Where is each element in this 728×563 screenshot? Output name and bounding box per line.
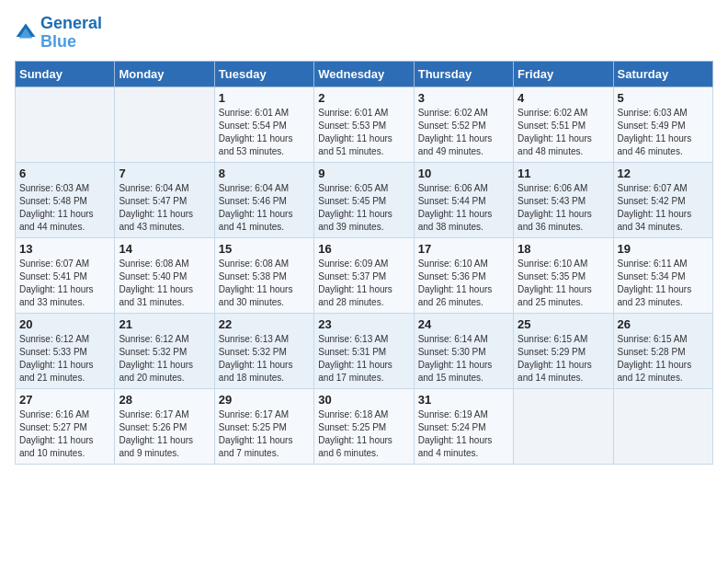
day-info: Sunrise: 6:15 AM Sunset: 5:29 PM Dayligh…	[518, 333, 609, 385]
day-number: 19	[618, 242, 709, 256]
calendar-cell: 6Sunrise: 6:03 AM Sunset: 5:48 PM Daylig…	[16, 162, 115, 237]
calendar-cell: 26Sunrise: 6:15 AM Sunset: 5:28 PM Dayli…	[613, 313, 712, 388]
day-info: Sunrise: 6:17 AM Sunset: 5:25 PM Dayligh…	[219, 408, 310, 460]
weekday-header-monday: Monday	[115, 61, 214, 86]
calendar-cell: 27Sunrise: 6:16 AM Sunset: 5:27 PM Dayli…	[16, 388, 115, 464]
day-number: 16	[318, 242, 409, 256]
day-info: Sunrise: 6:06 AM Sunset: 5:43 PM Dayligh…	[518, 182, 609, 234]
calendar-cell: 7Sunrise: 6:04 AM Sunset: 5:47 PM Daylig…	[115, 162, 214, 237]
calendar-table: SundayMondayTuesdayWednesdayThursdayFrid…	[15, 61, 713, 465]
weekday-header-sunday: Sunday	[16, 61, 115, 86]
day-info: Sunrise: 6:18 AM Sunset: 5:25 PM Dayligh…	[318, 408, 409, 460]
calendar-week-1: 1Sunrise: 6:01 AM Sunset: 5:54 PM Daylig…	[16, 86, 713, 162]
calendar-cell: 12Sunrise: 6:07 AM Sunset: 5:42 PM Dayli…	[613, 162, 712, 237]
calendar-cell: 17Sunrise: 6:10 AM Sunset: 5:36 PM Dayli…	[414, 237, 513, 313]
calendar-week-3: 13Sunrise: 6:07 AM Sunset: 5:41 PM Dayli…	[16, 237, 713, 313]
calendar-cell: 15Sunrise: 6:08 AM Sunset: 5:38 PM Dayli…	[214, 237, 313, 313]
calendar-cell: 5Sunrise: 6:03 AM Sunset: 5:49 PM Daylig…	[613, 86, 712, 162]
day-number: 21	[119, 317, 210, 331]
calendar-cell	[613, 388, 712, 464]
day-info: Sunrise: 6:14 AM Sunset: 5:30 PM Dayligh…	[418, 333, 509, 385]
day-number: 8	[219, 167, 310, 180]
day-info: Sunrise: 6:03 AM Sunset: 5:49 PM Dayligh…	[618, 107, 709, 158]
day-number: 1	[219, 91, 310, 105]
day-number: 6	[19, 167, 110, 180]
calendar-week-2: 6Sunrise: 6:03 AM Sunset: 5:48 PM Daylig…	[16, 162, 713, 237]
day-number: 4	[518, 91, 609, 105]
day-number: 7	[119, 167, 210, 180]
day-number: 2	[318, 91, 409, 105]
day-number: 24	[418, 317, 509, 331]
calendar-cell: 16Sunrise: 6:09 AM Sunset: 5:37 PM Dayli…	[314, 237, 414, 313]
day-number: 31	[418, 393, 509, 407]
day-info: Sunrise: 6:02 AM Sunset: 5:52 PM Dayligh…	[418, 107, 509, 158]
calendar-cell: 24Sunrise: 6:14 AM Sunset: 5:30 PM Dayli…	[414, 313, 513, 388]
day-info: Sunrise: 6:13 AM Sunset: 5:31 PM Dayligh…	[318, 333, 409, 385]
day-info: Sunrise: 6:02 AM Sunset: 5:51 PM Dayligh…	[518, 107, 609, 158]
calendar-cell: 1Sunrise: 6:01 AM Sunset: 5:54 PM Daylig…	[214, 86, 313, 162]
weekday-header-friday: Friday	[514, 61, 613, 86]
calendar-cell	[16, 86, 115, 162]
day-info: Sunrise: 6:16 AM Sunset: 5:27 PM Dayligh…	[19, 408, 110, 460]
day-number: 3	[418, 91, 509, 105]
day-info: Sunrise: 6:11 AM Sunset: 5:34 PM Dayligh…	[618, 258, 709, 309]
page-header: General Blue	[15, 15, 713, 52]
day-number: 14	[119, 242, 210, 256]
day-number: 25	[518, 317, 609, 331]
day-number: 22	[219, 317, 310, 331]
calendar-week-4: 20Sunrise: 6:12 AM Sunset: 5:33 PM Dayli…	[16, 313, 713, 388]
calendar-cell: 8Sunrise: 6:04 AM Sunset: 5:46 PM Daylig…	[214, 162, 313, 237]
day-info: Sunrise: 6:04 AM Sunset: 5:47 PM Dayligh…	[119, 182, 210, 234]
day-number: 26	[618, 317, 709, 331]
weekday-header-thursday: Thursday	[414, 61, 513, 86]
day-number: 30	[318, 393, 409, 407]
calendar-cell: 23Sunrise: 6:13 AM Sunset: 5:31 PM Dayli…	[314, 313, 414, 388]
weekday-header-saturday: Saturday	[613, 61, 712, 86]
calendar-cell: 10Sunrise: 6:06 AM Sunset: 5:44 PM Dayli…	[414, 162, 513, 237]
day-number: 11	[518, 167, 609, 180]
day-number: 27	[19, 393, 110, 407]
day-number: 18	[518, 242, 609, 256]
day-info: Sunrise: 6:15 AM Sunset: 5:28 PM Dayligh…	[618, 333, 709, 385]
calendar-cell: 25Sunrise: 6:15 AM Sunset: 5:29 PM Dayli…	[514, 313, 613, 388]
calendar-cell: 18Sunrise: 6:10 AM Sunset: 5:35 PM Dayli…	[514, 237, 613, 313]
day-info: Sunrise: 6:01 AM Sunset: 5:53 PM Dayligh…	[318, 107, 409, 158]
day-info: Sunrise: 6:08 AM Sunset: 5:38 PM Dayligh…	[219, 258, 310, 309]
day-info: Sunrise: 6:13 AM Sunset: 5:32 PM Dayligh…	[219, 333, 310, 385]
calendar-cell: 9Sunrise: 6:05 AM Sunset: 5:45 PM Daylig…	[314, 162, 414, 237]
calendar-cell: 30Sunrise: 6:18 AM Sunset: 5:25 PM Dayli…	[314, 388, 414, 464]
day-number: 13	[19, 242, 110, 256]
day-info: Sunrise: 6:07 AM Sunset: 5:42 PM Dayligh…	[618, 182, 709, 234]
calendar-cell: 4Sunrise: 6:02 AM Sunset: 5:51 PM Daylig…	[514, 86, 613, 162]
calendar-cell: 21Sunrise: 6:12 AM Sunset: 5:32 PM Dayli…	[115, 313, 214, 388]
day-number: 12	[618, 167, 709, 180]
calendar-week-5: 27Sunrise: 6:16 AM Sunset: 5:27 PM Dayli…	[16, 388, 713, 464]
day-number: 28	[119, 393, 210, 407]
day-number: 9	[318, 167, 409, 180]
calendar-cell: 20Sunrise: 6:12 AM Sunset: 5:33 PM Dayli…	[16, 313, 115, 388]
day-info: Sunrise: 6:04 AM Sunset: 5:46 PM Dayligh…	[219, 182, 310, 234]
weekday-header-tuesday: Tuesday	[214, 61, 313, 86]
day-info: Sunrise: 6:10 AM Sunset: 5:36 PM Dayligh…	[418, 258, 509, 309]
day-info: Sunrise: 6:08 AM Sunset: 5:40 PM Dayligh…	[119, 258, 210, 309]
calendar-cell	[115, 86, 214, 162]
logo-text: General Blue	[40, 15, 102, 52]
day-number: 5	[618, 91, 709, 105]
calendar-cell: 3Sunrise: 6:02 AM Sunset: 5:52 PM Daylig…	[414, 86, 513, 162]
day-number: 10	[418, 167, 509, 180]
calendar-cell: 28Sunrise: 6:17 AM Sunset: 5:26 PM Dayli…	[115, 388, 214, 464]
calendar-cell: 31Sunrise: 6:19 AM Sunset: 5:24 PM Dayli…	[414, 388, 513, 464]
day-info: Sunrise: 6:06 AM Sunset: 5:44 PM Dayligh…	[418, 182, 509, 234]
calendar-cell: 13Sunrise: 6:07 AM Sunset: 5:41 PM Dayli…	[16, 237, 115, 313]
calendar-cell: 22Sunrise: 6:13 AM Sunset: 5:32 PM Dayli…	[214, 313, 313, 388]
day-number: 15	[219, 242, 310, 256]
calendar-cell: 29Sunrise: 6:17 AM Sunset: 5:25 PM Dayli…	[214, 388, 313, 464]
day-info: Sunrise: 6:19 AM Sunset: 5:24 PM Dayligh…	[418, 408, 509, 460]
day-info: Sunrise: 6:12 AM Sunset: 5:33 PM Dayligh…	[19, 333, 110, 385]
day-info: Sunrise: 6:03 AM Sunset: 5:48 PM Dayligh…	[19, 182, 110, 234]
day-number: 23	[318, 317, 409, 331]
day-number: 20	[19, 317, 110, 331]
day-info: Sunrise: 6:10 AM Sunset: 5:35 PM Dayligh…	[518, 258, 609, 309]
day-number: 29	[219, 393, 310, 407]
calendar-cell: 19Sunrise: 6:11 AM Sunset: 5:34 PM Dayli…	[613, 237, 712, 313]
